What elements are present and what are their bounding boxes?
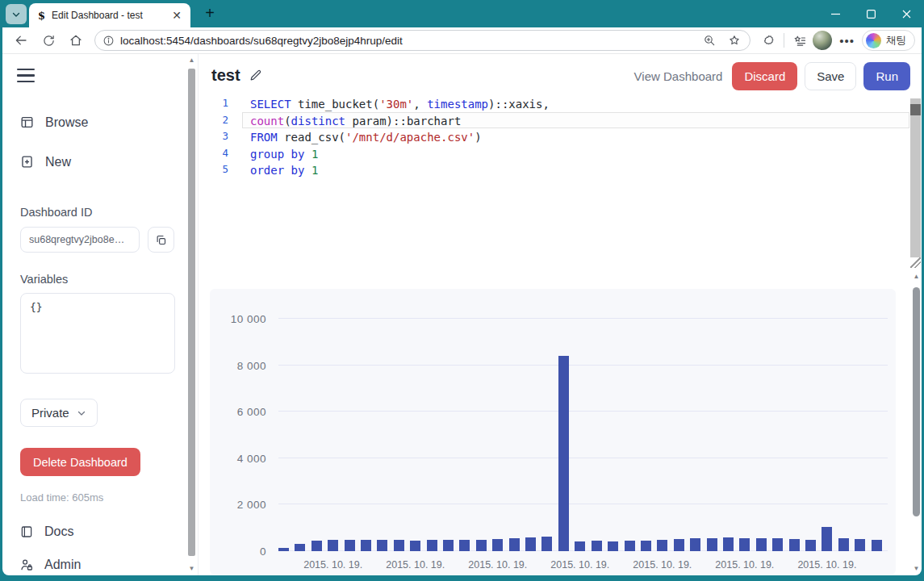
home-button[interactable] [64,29,88,52]
page-content: Browse New Dashboard ID su68qregtvy2jbo8… [2,54,922,575]
url-text[interactable]: localhost:5454/dashboards/su68qregtvy2jb… [120,35,694,47]
code-text[interactable]: FROM read_csv('/mnt/d/apache.csv') [242,128,909,145]
token-kw: SELECT [250,98,291,111]
scroll-up-icon[interactable]: ▲ [911,272,922,282]
bar [377,540,387,551]
browser-essentials-button[interactable] [759,31,778,50]
back-button[interactable] [9,29,33,52]
scroll-down-icon[interactable]: ▼ [911,564,922,574]
editor-scrollbar[interactable] [910,98,921,268]
content-scrollbar-thumb[interactable] [913,287,920,516]
token-pl: )::xaxis, [488,98,550,111]
browser-toolbar: localhost:5454/dashboards/su68qregtvy2jb… [2,27,922,54]
code-line[interactable]: 5order by 1 [199,161,922,178]
tab-search-dropdown-button[interactable] [6,4,27,24]
new-tab-button[interactable]: + [199,3,220,24]
sidebar-scrollbar-thumb[interactable] [188,69,195,556]
code-line[interactable]: 4group by 1 [199,145,922,162]
save-button[interactable]: Save [805,62,856,90]
bar [625,541,635,551]
scroll-up-icon[interactable]: ▲ [187,56,196,65]
bar [608,541,618,551]
address-bar[interactable]: localhost:5454/dashboards/su68qregtvy2jb… [94,30,750,51]
token-kw: order by [250,164,304,177]
dashboard-id-input[interactable]: su68qregtvy2jbo8e… [20,227,140,253]
sidebar-item-admin[interactable]: Admin [19,558,81,572]
bar [657,540,667,551]
code-line[interactable]: 3FROM read_csv('/mnt/d/apache.csv') [199,128,922,145]
copilot-label: 채팅 [886,34,906,48]
favorites-list-button[interactable] [790,31,809,50]
sidebar-item-docs[interactable]: Docs [19,525,73,539]
copy-icon [155,234,167,246]
bar [345,540,355,551]
sidebar-scrollbar[interactable]: ▲ ▼ [187,56,196,574]
code-line[interactable]: 2count(distinct param)::barchart [199,112,922,129]
copy-id-button[interactable] [148,227,174,253]
browser-tab[interactable]: $ Edit Dashboard - test ✕ [29,3,190,27]
code-text[interactable]: group by 1 [242,145,909,162]
close-icon [902,10,911,19]
token-pl: ) [475,131,481,144]
bar [509,538,520,551]
copilot-button[interactable]: 채팅 [862,30,915,51]
zoom-button[interactable] [700,31,719,50]
hamburger-menu-button[interactable] [17,69,35,86]
visibility-select[interactable]: Private [20,399,98,427]
main-panel: test View Dashboard Discard Save Run 1SE… [199,54,922,575]
run-button[interactable]: Run [863,62,910,90]
token-kw: FROM [250,131,278,144]
refresh-button[interactable] [36,29,61,52]
discard-button[interactable]: Discard [732,62,797,90]
gridline [278,411,888,412]
code-lines[interactable]: 1SELECT time_bucket('30m', timestamp)::x… [199,95,922,178]
sidebar-item-label: New [45,155,71,169]
code-text[interactable]: order by 1 [242,161,909,178]
sidebar-item-browse[interactable]: Browse [19,115,88,130]
code-text[interactable]: SELECT time_bucket('30m', timestamp)::xa… [242,95,909,112]
favorite-this-page-button[interactable] [725,31,744,50]
tab-close-icon[interactable]: ✕ [169,9,184,22]
editor-scrollbar-thumb[interactable] [910,104,921,115]
x-axis-tick-label: 2015. 10. 19. [633,559,692,571]
profile-avatar[interactable] [813,31,832,50]
view-dashboard-link[interactable]: View Dashboard [634,69,723,83]
variables-input[interactable]: {} [20,293,175,374]
window-maximize-button[interactable] [853,0,888,27]
admin-person-lock-icon [19,558,34,572]
site-info-icon[interactable] [102,35,115,47]
editor-resize-grip[interactable] [910,257,921,268]
y-axis-tick-label: 0 [202,545,266,558]
sql-editor[interactable]: 1SELECT time_bucket('30m', timestamp)::x… [199,95,922,178]
token-pl: ( [284,115,291,127]
browser-menu-button[interactable]: ••• [835,34,859,48]
bar [822,527,832,551]
x-axis-tick-label: 2015. 10. 19. [386,559,445,571]
favorites-list-icon [793,34,807,48]
token-fn: count [250,115,284,127]
dashboard-title: test [211,66,240,85]
scroll-down-icon[interactable]: ▼ [187,564,196,574]
bar [459,540,470,551]
content-scrollbar[interactable]: ▲ ▼ [911,270,922,575]
y-axis-tick-label: 10 000 [202,313,266,325]
token-kw: distinct [291,115,345,127]
code-text[interactable]: count(distinct param)::barchart [242,112,909,129]
browse-window-icon [19,115,35,130]
delete-dashboard-button[interactable]: Delete Dashboard [20,448,140,476]
line-number: 4 [199,145,242,162]
bar [739,538,750,551]
bar [361,540,371,551]
chevron-down-icon [77,408,86,418]
edit-pencil-icon[interactable] [249,69,262,82]
window-minimize-button[interactable] [817,0,853,27]
token-kw: timestamp [427,98,488,111]
window-close-button[interactable] [888,0,924,27]
code-line[interactable]: 1SELECT time_bucket('30m', timestamp)::x… [199,95,922,112]
line-number: 3 [199,128,242,145]
sidebar-item-new[interactable]: New [19,154,71,169]
line-number: 5 [199,161,242,178]
token-pl: read_csv( [278,131,345,144]
refresh-icon [42,34,56,48]
token-kw: group by [250,148,304,161]
